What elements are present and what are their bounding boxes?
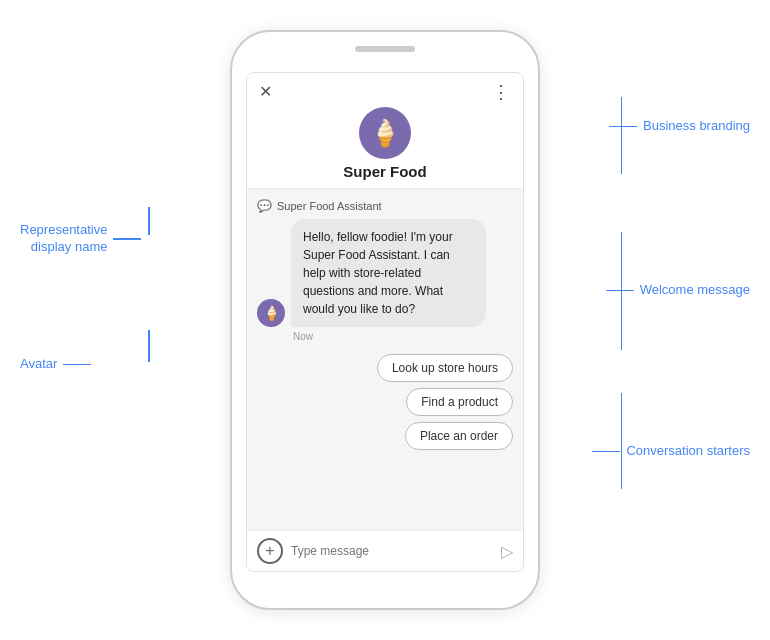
avatar-h-line [63,364,91,366]
avatar-label: Avatar [20,356,57,373]
phone-screen: ✕ ⋮ 🍦 Super Food 💬 Super Food Assistant … [246,72,524,572]
business-logo-emoji: 🍦 [369,118,401,149]
rep-name-label: Representativedisplay name [20,222,107,256]
agent-label-row: 💬 Super Food Assistant [257,199,513,213]
rep-name-divider-line [148,207,150,235]
business-branding-annotation: Business branding [609,118,750,135]
message-row: 🍦 Hello, fellow foodie! I'm your Super F… [257,219,513,327]
chat-body: 💬 Super Food Assistant 🍦 Hello, fellow f… [247,189,523,530]
avatar-divider-line [148,330,150,362]
avatar-annotation: Avatar [20,356,91,373]
conv-starters-label: Conversation starters [626,443,750,460]
business-branding-label: Business branding [643,118,750,135]
chat-icon: 💬 [257,199,272,213]
chat-input-row: + ▷ [247,530,523,571]
phone-shell: ✕ ⋮ 🍦 Super Food 💬 Super Food Assistant … [230,30,540,610]
phone-notch [355,46,415,52]
avatar: 🍦 [257,299,285,327]
avatar-emoji: 🍦 [263,305,280,321]
add-button[interactable]: + [257,538,283,564]
branding-divider-line [621,97,623,174]
welcome-message-label: Welcome message [640,282,750,299]
business-logo: 🍦 [359,107,411,159]
conv-starters-divider-line [621,393,623,489]
conv-starters-h-line [592,451,620,453]
send-button[interactable]: ▷ [501,542,513,561]
suggestion-find-product[interactable]: Find a product [406,388,513,416]
diagram-container: ✕ ⋮ 🍦 Super Food 💬 Super Food Assistant … [0,0,770,640]
close-icon[interactable]: ✕ [259,84,272,100]
suggestion-look-up-store-hours[interactable]: Look up store hours [377,354,513,382]
rep-name-annotation: Representativedisplay name [20,222,141,256]
rep-name-h-line [113,238,141,240]
header-top-row: ✕ ⋮ [259,83,511,101]
welcome-message-h-line [606,290,634,292]
conv-starters-annotation: Conversation starters [592,443,750,460]
agent-label: Super Food Assistant [277,200,382,212]
more-icon[interactable]: ⋮ [492,83,511,101]
welcome-message-annotation: Welcome message [606,282,750,299]
suggestion-buttons: Look up store hours Find a product Place… [257,354,513,450]
message-text: Hello, fellow foodie! I'm your Super Foo… [303,230,453,316]
business-name: Super Food [343,163,426,180]
message-bubble: Hello, fellow foodie! I'm your Super Foo… [291,219,486,327]
timestamp: Now [293,331,513,342]
business-branding-h-line [609,126,637,128]
message-input[interactable] [291,544,493,558]
chat-header: ✕ ⋮ 🍦 Super Food [247,73,523,189]
suggestion-place-order[interactable]: Place an order [405,422,513,450]
